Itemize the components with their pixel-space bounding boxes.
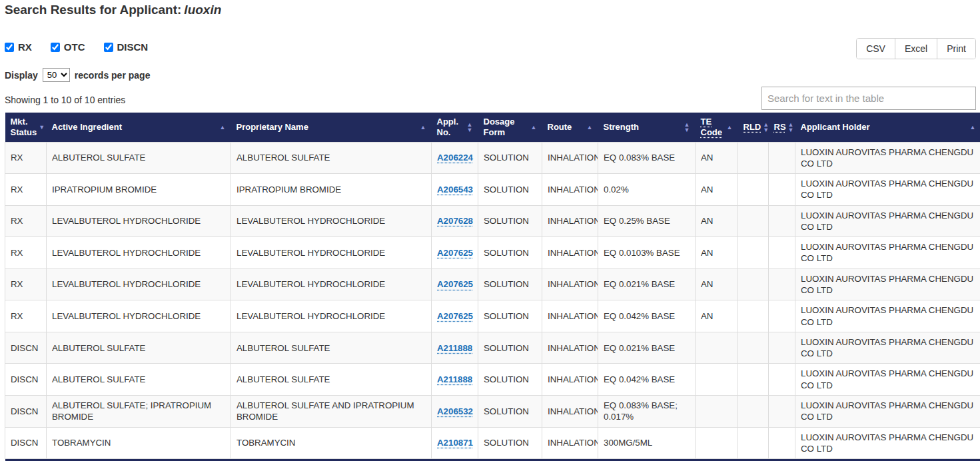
page-size-select[interactable]: 50 bbox=[43, 68, 70, 82]
cell-mkt-status: DISCN bbox=[5, 332, 47, 364]
appl-no-link[interactable]: A206224 bbox=[437, 153, 473, 163]
sort-asc-icon: ▲ bbox=[531, 125, 537, 130]
cell-appl-no: A211888 bbox=[432, 332, 478, 364]
page-title-query: luoxin bbox=[184, 3, 221, 17]
market-status-filters: RX OTC DISCN bbox=[5, 41, 148, 53]
footer-header-mkt-status: Mkt. Status bbox=[5, 459, 47, 461]
column-header-dosage-form[interactable]: Dosage Form▲ bbox=[478, 113, 542, 142]
sort-both-icon: ▲▼ bbox=[467, 122, 473, 133]
column-header-active-ingredient[interactable]: Active Ingredient▲ bbox=[47, 113, 231, 142]
cell-appl-no: A207625 bbox=[432, 300, 478, 332]
cell-strength: EQ 0.042% BASE bbox=[598, 364, 696, 396]
cell-route: INHALATION bbox=[542, 364, 598, 396]
cell-te-code bbox=[696, 332, 738, 364]
cell-appl-no: A206543 bbox=[432, 174, 478, 206]
column-header-label: TE Code bbox=[701, 117, 725, 139]
cell-te-code bbox=[696, 396, 738, 428]
cell-route: INHALATION bbox=[542, 300, 598, 332]
table-footer: Mkt. StatusActive IngredientProprietary … bbox=[5, 459, 980, 461]
table-search-input[interactable] bbox=[761, 87, 976, 110]
cell-dosage-form: SOLUTION bbox=[478, 205, 542, 237]
discn-checkbox-label: DISCN bbox=[117, 41, 149, 53]
showing-entries-text: Showing 1 to 10 of 10 entries bbox=[5, 95, 125, 105]
sort-both-icon: ▲▼ bbox=[763, 122, 769, 133]
cell-dosage-form: SOLUTION bbox=[478, 174, 542, 206]
csv-button[interactable]: CSV bbox=[857, 39, 895, 59]
cell-route: INHALATION bbox=[542, 237, 598, 269]
cell-active-ingredient: LEVALBUTEROL HYDROCHLORIDE bbox=[47, 300, 231, 332]
appl-no-link[interactable]: A207625 bbox=[437, 248, 473, 258]
appl-no-link[interactable]: A211888 bbox=[437, 343, 472, 353]
footer-header-proprietary-name: Proprietary Name bbox=[231, 459, 432, 461]
cell-route: INHALATION bbox=[542, 427, 598, 459]
column-header-label: Mkt. Status bbox=[11, 117, 37, 139]
appl-no-link[interactable]: A207625 bbox=[437, 279, 473, 289]
cell-rs bbox=[769, 174, 795, 206]
excel-button[interactable]: Excel bbox=[895, 39, 937, 59]
table-row: RXLEVALBUTEROL HYDROCHLORIDELEVALBUTEROL… bbox=[5, 205, 980, 237]
otc-checkbox-label: OTC bbox=[64, 41, 85, 53]
footer-header-te-code[interactable]: TE Code bbox=[696, 459, 738, 461]
footer-header-rld[interactable]: >RLD bbox=[738, 459, 769, 461]
cell-applicant-holder: LUOXIN AUROVITAS PHARMA CHENGDU CO LTD bbox=[795, 396, 980, 428]
column-header-rld[interactable]: RLD▲▼ bbox=[738, 113, 769, 142]
column-header-label: Active Ingredient bbox=[52, 122, 122, 133]
table-row: DISCNALBUTEROL SULFATEALBUTEROL SULFATEA… bbox=[5, 332, 980, 364]
column-header-te-code[interactable]: TE Code▲ bbox=[696, 113, 738, 142]
cell-te-code: AN bbox=[696, 142, 738, 174]
column-header-applicant-holder[interactable]: Applicant Holder▲ bbox=[795, 113, 980, 142]
cell-appl-no: A206224 bbox=[432, 142, 478, 174]
cell-route: INHALATION bbox=[542, 268, 598, 300]
table-header-row: Mkt. Status▼Active Ingredient▲Proprietar… bbox=[5, 113, 980, 142]
table-row: DISCNTOBRAMYCINTOBRAMYCINA210871SOLUTION… bbox=[5, 427, 980, 459]
page-title-prefix: Search Results for Applicant: bbox=[5, 3, 181, 17]
cell-appl-no: A210871 bbox=[432, 427, 478, 459]
filter-discn[interactable]: DISCN bbox=[104, 41, 149, 53]
cell-route: INHALATION bbox=[542, 174, 598, 206]
cell-active-ingredient: ALBUTEROL SULFATE; IPRATROPIUM BROMIDE bbox=[47, 396, 231, 428]
cell-proprietary-name: LEVALBUTEROL HYDROCHLORIDE bbox=[231, 237, 432, 269]
cell-te-code: AN bbox=[696, 268, 738, 300]
cell-active-ingredient: LEVALBUTEROL HYDROCHLORIDE bbox=[47, 237, 231, 269]
cell-strength: EQ 0.021% BASE bbox=[598, 268, 696, 300]
column-header-appl-no[interactable]: Appl. No.▲▼ bbox=[432, 113, 478, 142]
cell-proprietary-name: LEVALBUTEROL HYDROCHLORIDE bbox=[231, 205, 432, 237]
cell-strength: EQ 0.042% BASE bbox=[598, 300, 696, 332]
otc-checkbox[interactable] bbox=[51, 43, 60, 52]
discn-checkbox[interactable] bbox=[104, 43, 113, 52]
filter-otc[interactable]: OTC bbox=[51, 41, 85, 53]
cell-mkt-status: RX bbox=[5, 300, 47, 332]
cell-mkt-status: RX bbox=[5, 268, 47, 300]
appl-no-link[interactable]: A210871 bbox=[437, 438, 473, 448]
table-row: RXLEVALBUTEROL HYDROCHLORIDELEVALBUTEROL… bbox=[5, 300, 980, 332]
table-footer-row: Mkt. StatusActive IngredientProprietary … bbox=[5, 459, 980, 461]
cell-rld bbox=[738, 205, 769, 237]
cell-strength: 0.02% bbox=[598, 174, 696, 206]
column-header-proprietary-name[interactable]: Proprietary Name▲ bbox=[231, 113, 432, 142]
cell-rld bbox=[738, 174, 769, 206]
column-header-route[interactable]: Route▲ bbox=[542, 113, 598, 142]
filter-rx[interactable]: RX bbox=[5, 41, 32, 53]
appl-no-link[interactable]: A206543 bbox=[437, 185, 473, 195]
column-header-strength[interactable]: Strength▲▼ bbox=[598, 113, 696, 142]
appl-no-link[interactable]: A211888 bbox=[437, 374, 472, 384]
cell-appl-no: A207625 bbox=[432, 237, 478, 269]
rx-checkbox[interactable] bbox=[5, 43, 14, 52]
appl-no-link[interactable]: A206532 bbox=[437, 406, 473, 416]
table-row: RXLEVALBUTEROL HYDROCHLORIDELEVALBUTEROL… bbox=[5, 237, 980, 269]
column-header-label: Proprietary Name bbox=[237, 122, 308, 133]
column-header-mkt-status[interactable]: Mkt. Status▼ bbox=[5, 113, 47, 142]
print-button[interactable]: Print bbox=[937, 39, 975, 59]
column-header-rs[interactable]: RS▲▼ bbox=[769, 113, 795, 142]
sort-asc-icon: ▲ bbox=[727, 125, 733, 130]
rx-checkbox-label: RX bbox=[18, 41, 32, 53]
appl-no-link[interactable]: A207628 bbox=[437, 216, 473, 226]
cell-dosage-form: SOLUTION bbox=[478, 332, 542, 364]
footer-header-rs[interactable]: RS bbox=[769, 459, 795, 461]
cell-rld bbox=[738, 300, 769, 332]
appl-no-link[interactable]: A207625 bbox=[437, 311, 473, 321]
cell-te-code: AN bbox=[696, 174, 738, 206]
cell-active-ingredient: ALBUTEROL SULFATE bbox=[47, 332, 231, 364]
page: Search Results for Applicant:luoxin RX O… bbox=[0, 0, 980, 461]
cell-proprietary-name: IPRATROPIUM BROMIDE bbox=[231, 174, 432, 206]
